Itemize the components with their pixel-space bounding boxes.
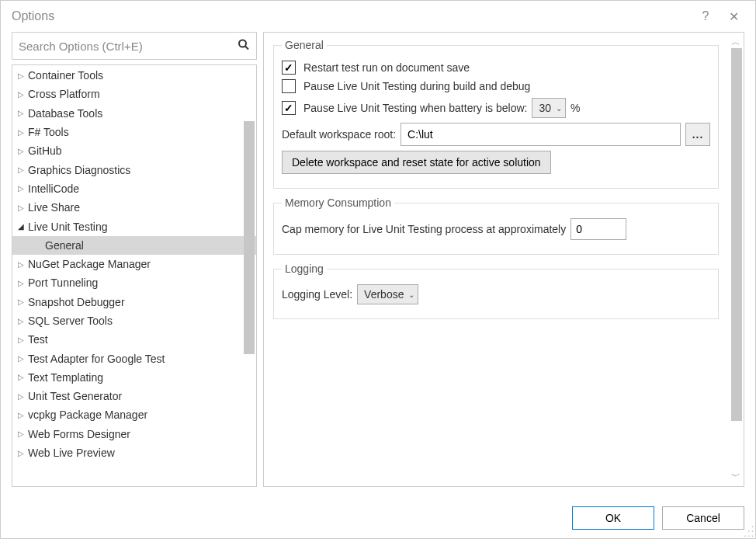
expand-icon[interactable]: ▷ bbox=[16, 317, 26, 325]
tree-item[interactable]: ▷Port Tunneling bbox=[12, 273, 256, 292]
panel-scroll-thumb[interactable] bbox=[731, 48, 742, 421]
logging-group: Logging Logging Level: Verbose ⌄ bbox=[273, 263, 719, 319]
ellipsis-icon: ... bbox=[692, 128, 704, 141]
ok-button[interactable]: OK bbox=[572, 506, 654, 530]
tree-item[interactable]: ▷Unit Test Generator bbox=[12, 387, 256, 405]
tree-item-label: Text Templating bbox=[28, 371, 103, 384]
restart-label: Restart test run on document save bbox=[303, 61, 470, 74]
search-wrap bbox=[12, 32, 257, 60]
tree-item[interactable]: ▷Web Live Preview bbox=[12, 443, 256, 462]
help-button[interactable]: ? bbox=[692, 2, 720, 30]
tree-scrollbar[interactable] bbox=[244, 67, 255, 485]
tree-item[interactable]: ▷Text Templating bbox=[12, 368, 256, 387]
expand-icon[interactable]: ▷ bbox=[16, 392, 26, 401]
delete-workspace-button[interactable]: Delete workspace and reset state for act… bbox=[282, 151, 551, 174]
tree-item[interactable]: ▷Test bbox=[12, 330, 256, 349]
logging-level-select[interactable]: Verbose ⌄ bbox=[357, 284, 418, 304]
restart-checkbox[interactable] bbox=[282, 61, 296, 75]
close-icon: ✕ bbox=[729, 9, 739, 24]
titlebar: Options ? ✕ bbox=[1, 1, 755, 32]
resize-grip-icon[interactable]: .. .. . . bbox=[744, 522, 753, 536]
scroll-up-icon[interactable]: ︿ bbox=[731, 36, 740, 49]
tree-item-label: Live Share bbox=[28, 201, 80, 214]
expand-icon[interactable]: ▷ bbox=[16, 449, 26, 457]
expand-icon[interactable]: ▷ bbox=[16, 203, 26, 212]
expand-icon[interactable]: ▷ bbox=[16, 336, 26, 344]
tree-item-label: IntelliCode bbox=[28, 183, 79, 195]
tree-item[interactable]: ▷Graphics Diagnostics bbox=[12, 160, 256, 179]
pause-build-checkbox[interactable] bbox=[282, 79, 296, 93]
expand-icon[interactable]: ▷ bbox=[16, 297, 26, 306]
expand-icon[interactable]: ▷ bbox=[16, 90, 26, 99]
dialog-footer: OK Cancel bbox=[1, 498, 755, 538]
expand-icon[interactable]: ▷ bbox=[16, 165, 26, 174]
memory-cap-row: Cap memory for Live Unit Testing process… bbox=[282, 218, 710, 240]
tree-item[interactable]: ▷Container Tools bbox=[12, 66, 256, 85]
collapse-icon[interactable]: ◢ bbox=[16, 222, 26, 231]
memory-cap-label: Cap memory for Live Unit Testing process… bbox=[282, 223, 566, 235]
tree-item[interactable]: ▷IntelliCode bbox=[12, 179, 256, 198]
pause-battery-row: Pause Live Unit Testing when battery is … bbox=[282, 98, 710, 118]
tree-item-label: Container Tools bbox=[28, 69, 103, 82]
pause-battery-checkbox[interactable] bbox=[282, 101, 296, 115]
search-input[interactable] bbox=[12, 33, 256, 59]
delete-row: Delete workspace and reset state for act… bbox=[282, 151, 710, 174]
expand-icon[interactable]: ▷ bbox=[16, 147, 26, 155]
logging-legend: Logging bbox=[282, 263, 327, 275]
tree-item-label: Test bbox=[28, 333, 48, 346]
workspace-path-input[interactable] bbox=[401, 123, 681, 146]
scroll-down-icon[interactable]: ﹀ bbox=[731, 470, 740, 483]
workspace-row: Default workspace root: ... bbox=[282, 123, 710, 146]
tree-item[interactable]: ▷Web Forms Designer bbox=[12, 425, 256, 443]
browse-button[interactable]: ... bbox=[685, 123, 710, 146]
close-button[interactable]: ✕ bbox=[720, 2, 747, 30]
tree-item[interactable]: ▷Database Tools bbox=[12, 104, 256, 123]
tree-item[interactable]: ▷Test Adapter for Google Test bbox=[12, 349, 256, 367]
workspace-label: Default workspace root: bbox=[282, 128, 396, 141]
expand-icon[interactable]: ▷ bbox=[16, 373, 26, 381]
battery-threshold-value: 30 bbox=[539, 102, 551, 114]
expand-icon[interactable]: ▷ bbox=[16, 109, 26, 117]
tree-item-label: F# Tools bbox=[28, 126, 69, 138]
tree-item[interactable]: ▷Snapshot Debugger bbox=[12, 293, 256, 311]
tree-scroll-thumb[interactable] bbox=[244, 121, 255, 354]
options-dialog: Options ? ✕ ▷Container Tools▷Cross Platf… bbox=[0, 0, 756, 539]
logging-level-label: Logging Level: bbox=[282, 288, 352, 301]
window-title: Options bbox=[12, 9, 692, 23]
dialog-body: ▷Container Tools▷Cross Platform▷Database… bbox=[1, 32, 755, 498]
expand-icon[interactable]: ▷ bbox=[16, 411, 26, 419]
pause-battery-label: Pause Live Unit Testing when battery is … bbox=[303, 102, 527, 114]
svg-line-1 bbox=[245, 47, 248, 50]
tree-item[interactable]: ▷vcpkg Package Manager bbox=[12, 405, 256, 424]
expand-icon[interactable]: ▷ bbox=[16, 184, 26, 193]
tree-item-label: NuGet Package Manager bbox=[28, 258, 151, 270]
tree-item-label: Live Unit Testing bbox=[28, 221, 107, 233]
battery-threshold-select[interactable]: 30 ⌄ bbox=[532, 98, 566, 118]
expand-icon[interactable]: ▷ bbox=[16, 429, 26, 438]
tree-subitem[interactable]: General bbox=[12, 236, 256, 255]
tree-item[interactable]: ▷SQL Server Tools bbox=[12, 311, 256, 330]
logging-level-row: Logging Level: Verbose ⌄ bbox=[282, 284, 710, 304]
tree-item-label: Snapshot Debugger bbox=[28, 296, 125, 308]
help-icon: ? bbox=[702, 9, 709, 23]
cancel-button[interactable]: Cancel bbox=[662, 506, 744, 530]
expand-icon[interactable]: ▷ bbox=[16, 260, 26, 269]
expand-icon[interactable]: ▷ bbox=[16, 354, 26, 363]
general-legend: General bbox=[282, 39, 327, 51]
tree-item[interactable]: ◢Live Unit Testing bbox=[12, 217, 256, 235]
svg-point-0 bbox=[239, 40, 246, 47]
tree-item[interactable]: ▷GitHub bbox=[12, 141, 256, 160]
memory-cap-input[interactable] bbox=[570, 218, 626, 240]
tree-item[interactable]: ▷Cross Platform bbox=[12, 85, 256, 103]
expand-icon[interactable]: ▷ bbox=[16, 279, 26, 287]
tree-item[interactable]: ▷F# Tools bbox=[12, 123, 256, 141]
expand-icon[interactable]: ▷ bbox=[16, 71, 26, 80]
tree-item[interactable]: ▷NuGet Package Manager bbox=[12, 255, 256, 273]
pause-build-label: Pause Live Unit Testing during build and… bbox=[303, 80, 530, 92]
tree-item[interactable]: ▷Live Share bbox=[12, 198, 256, 217]
tree-item-label: SQL Server Tools bbox=[28, 315, 113, 327]
tree-item-label: Port Tunneling bbox=[28, 276, 98, 289]
expand-icon[interactable]: ▷ bbox=[16, 128, 26, 137]
pause-build-row: Pause Live Unit Testing during build and… bbox=[282, 79, 710, 93]
memory-legend: Memory Consumption bbox=[282, 196, 394, 209]
